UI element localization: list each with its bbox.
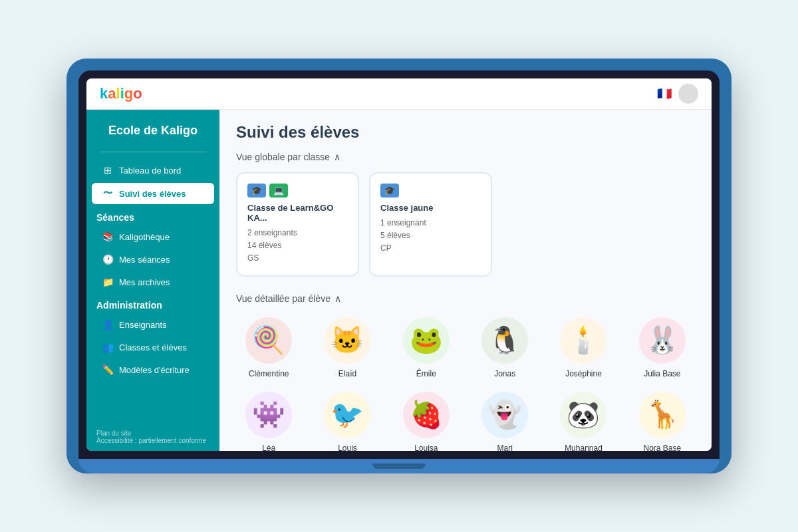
vue-detaillee-toggle[interactable]: Vue détaillée par élève ∧ (236, 293, 695, 304)
classes-grid: 🎓 💻 Classe de Learn&GO KA... 2 enseignan… (236, 172, 695, 277)
student-name-elaid: Elaïd (338, 369, 356, 378)
students-grid: 🍭 Clémentine 🐱 Elaïd 🐸 Émile (236, 317, 695, 451)
class-card-jaune[interactable]: 🎓 Classe jaune 1 enseignant 5 élèves CP (369, 172, 492, 277)
student-name-josephine: Joséphine (565, 369, 602, 378)
avatar-elaid: 🐱 (324, 317, 370, 364)
student-elaid[interactable]: 🐱 Elaïd (315, 317, 380, 378)
laptop-notch (372, 464, 426, 469)
class-card-icons-1: 🎓 💻 (247, 184, 348, 198)
avatar-julia: 🐰 (639, 317, 686, 364)
section-title-seances: Séances (86, 205, 219, 225)
student-mari[interactable]: 👻 Mari (472, 392, 537, 451)
sidebar-label-kaligotheque: Kaligothèque (119, 232, 170, 242)
laptop-base (78, 459, 720, 473)
class-eleves-2: 5 élèves (380, 229, 481, 242)
app-header: kaligo 🇫🇷 (86, 78, 712, 110)
school-name: Ecole de Kaligo (86, 110, 219, 148)
student-louis[interactable]: 🐦 Louis (315, 392, 380, 451)
main-content: Suivi des élèves Vue globale par classe … (219, 110, 712, 451)
student-josephine[interactable]: 🕯️ Joséphine (551, 317, 616, 378)
footer-plan-site[interactable]: Plan du site (96, 430, 209, 437)
archive-icon: 📁 (102, 277, 114, 287)
teacher-icon: 👤 (102, 319, 114, 330)
chevron-up-icon-2: ∧ (334, 293, 341, 304)
class-detail-1: 2 enseignants 14 élèves GS (247, 227, 348, 265)
avatar-lea: 👾 (245, 392, 292, 438)
student-julia[interactable]: 🐰 Julia Base (630, 317, 695, 378)
screen: kaligo 🇫🇷 Ecole de Kaligo ⊞ Tableau de b… (86, 78, 712, 451)
student-name-nora: Nora Base (643, 444, 681, 451)
chart-icon: 〜 (102, 188, 114, 200)
pen-icon: ✏️ (102, 364, 114, 375)
class-eleves-1: 14 élèves (247, 239, 348, 252)
sidebar-footer: Plan du site Accessibilité : partielleme… (86, 423, 219, 451)
dashboard-icon: ⊞ (102, 165, 114, 176)
footer-accessibility: Accessibilité : partiellement conforme (96, 437, 209, 444)
book-icon: 📚 (102, 231, 114, 242)
sidebar-item-modeles-ecriture[interactable]: ✏️ Modèles d'écriture (92, 360, 214, 380)
sidebar-label-modeles: Modèles d'écriture (119, 365, 190, 375)
section-title-administration: Administration (86, 293, 219, 313)
laptop-frame: kaligo 🇫🇷 Ecole de Kaligo ⊞ Tableau de b… (66, 59, 732, 473)
avatar-louis: 🐦 (324, 392, 370, 438)
computer-icon: 💻 (269, 184, 288, 198)
student-name-emile: Émile (416, 369, 436, 378)
avatar-muhannad: 🐼 (560, 392, 606, 438)
header-right: 🇫🇷 (657, 84, 698, 104)
graduation-icon-2: 🎓 (380, 184, 399, 198)
app-body: Ecole de Kaligo ⊞ Tableau de bord 〜 Suiv… (86, 110, 712, 451)
student-nora[interactable]: 🦒 Nora Base (630, 392, 695, 451)
student-name-louisa: Louisa (414, 444, 438, 451)
page-title: Suivi des élèves (236, 123, 695, 142)
class-name-2: Classe jaune (380, 203, 481, 213)
sidebar-label-enseignants: Enseignants (119, 320, 167, 330)
avatar-clementine: 🍭 (245, 317, 292, 364)
clock-icon: 🕐 (102, 254, 114, 265)
graduation-icon: 🎓 (247, 184, 266, 198)
sidebar-divider (100, 152, 206, 152)
student-name-lea: Léa (262, 444, 275, 451)
class-enseignants-1: 2 enseignants (247, 227, 348, 239)
class-enseignants-2: 1 enseignant (380, 217, 481, 229)
avatar-nora: 🦒 (639, 392, 686, 438)
class-niveau-1: GS (247, 252, 348, 265)
student-lea[interactable]: 👾 Léa (236, 392, 301, 451)
sidebar-item-classes-eleves[interactable]: 👥 Classes et élèves (92, 337, 214, 357)
sidebar-item-mes-seances[interactable]: 🕐 Mes séances (92, 249, 214, 269)
avatar-emile: 🐸 (403, 317, 450, 364)
flag-icon[interactable]: 🇫🇷 (657, 86, 672, 101)
sidebar-item-enseignants[interactable]: 👤 Enseignants (92, 315, 214, 334)
student-name-jonas: Jonas (494, 369, 515, 378)
sidebar-label-suivi: Suivi des élèves (119, 189, 186, 199)
sidebar-label-archives: Mes archives (119, 277, 170, 287)
user-avatar[interactable] (678, 84, 698, 104)
student-jonas[interactable]: 🐧 Jonas (472, 317, 537, 378)
avatar-mari: 👻 (481, 392, 528, 438)
sidebar: Ecole de Kaligo ⊞ Tableau de bord 〜 Suiv… (86, 110, 219, 451)
sidebar-item-mes-archives[interactable]: 📁 Mes archives (92, 272, 214, 292)
sidebar-item-kaligotheque[interactable]: 📚 Kaligothèque (92, 227, 214, 247)
class-card-learnego[interactable]: 🎓 💻 Classe de Learn&GO KA... 2 enseignan… (236, 172, 359, 277)
student-clementine[interactable]: 🍭 Clémentine (236, 317, 301, 378)
student-name-mari: Mari (497, 444, 512, 451)
sidebar-label-tableau: Tableau de bord (119, 166, 181, 176)
screen-bezel: kaligo 🇫🇷 Ecole de Kaligo ⊞ Tableau de b… (78, 70, 720, 459)
avatar-jonas: 🐧 (481, 317, 528, 364)
student-emile[interactable]: 🐸 Émile (394, 317, 459, 378)
student-name-muhannad: Muhannad (565, 444, 602, 451)
student-muhannad[interactable]: 🐼 Muhannad (551, 392, 616, 451)
sidebar-label-classes: Classes et élèves (119, 342, 187, 352)
class-card-icons-2: 🎓 (380, 184, 481, 198)
avatar-josephine: 🕯️ (560, 317, 606, 364)
chevron-up-icon: ∧ (334, 152, 340, 162)
vue-globale-label: Vue globale par classe (236, 152, 330, 162)
student-name-clementine: Clémentine (249, 369, 289, 378)
vue-globale-toggle[interactable]: Vue globale par classe ∧ (236, 152, 695, 162)
student-louisa[interactable]: 🍓 Louisa (394, 392, 459, 451)
sidebar-item-suivi-eleves[interactable]: 〜 Suivi des élèves (92, 183, 214, 204)
class-name-1: Classe de Learn&GO KA... (247, 203, 348, 223)
sidebar-label-seances: Mes séances (119, 255, 170, 265)
class-detail-2: 1 enseignant 5 élèves CP (380, 217, 481, 255)
sidebar-item-tableau-de-bord[interactable]: ⊞ Tableau de bord (92, 160, 214, 180)
vue-detaillee-label: Vue détaillée par élève (236, 293, 331, 304)
